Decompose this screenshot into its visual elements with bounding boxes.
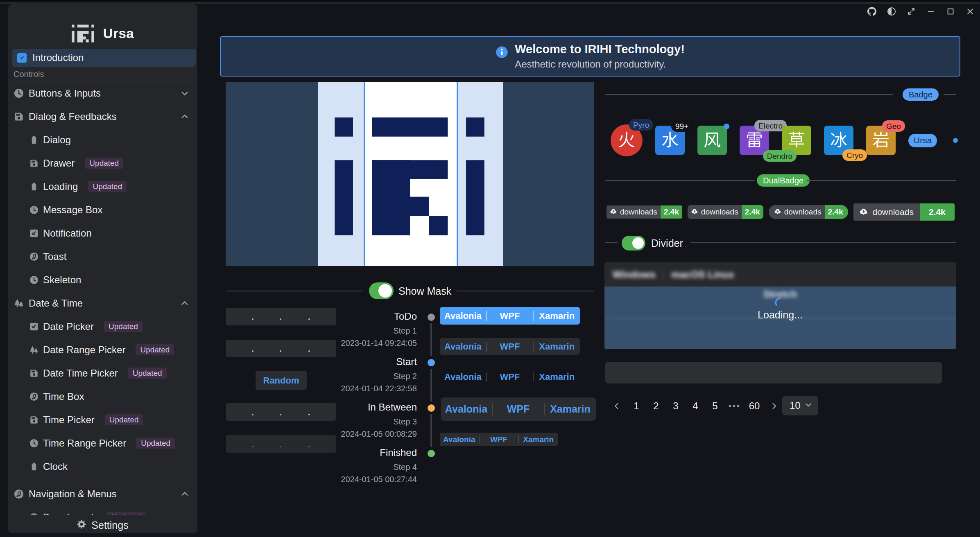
sidebar-item[interactable]: Buttons & Inputs <box>8 81 197 105</box>
sidebar-item[interactable]: Date Picker Updated <box>8 315 197 338</box>
sidebar-item[interactable]: Loading Updated <box>8 175 197 198</box>
sidebar-item[interactable]: Message Box <box>8 198 197 221</box>
sidebar-item[interactable]: Clock <box>8 455 197 478</box>
sidebar-item[interactable]: Date & Time <box>8 291 197 315</box>
ellipsis-icon[interactable]: ••• <box>727 398 743 414</box>
ipv4-input[interactable] <box>226 308 336 325</box>
element-avatar: 99+ <box>655 126 685 155</box>
sidebar-item[interactable]: Time Picker Updated <box>8 408 197 431</box>
sidebar-item[interactable]: Breadcrumb Updated <box>8 505 197 515</box>
welcome-banner: Welcome to IRIHI Technology! Aesthetic r… <box>220 36 960 77</box>
sidebar-item[interactable]: Time Box <box>8 385 197 408</box>
show-mask-toggle[interactable] <box>369 282 394 299</box>
sidebar-item[interactable]: Dialog & Feedbacks <box>8 105 197 128</box>
timeline-dot <box>428 314 435 321</box>
page-button[interactable]: 5 <box>707 398 723 414</box>
downloads-badge: downloads 2.4k <box>769 205 849 219</box>
banner-title: Welcome to IRIHI Technology! <box>515 43 685 56</box>
chevron-right-icon[interactable] <box>766 398 782 414</box>
sidebar-item[interactable]: Time Range Picker Updated <box>8 431 197 455</box>
wpf-button[interactable]: WPF <box>487 372 533 382</box>
badge-demo-row: Pyro 99+ Electro Dendro Cryo <box>611 123 963 158</box>
sidebar-item[interactable]: Drawer Updated <box>8 151 197 175</box>
button-group: Avalonia WPF Xamarin <box>440 338 580 355</box>
downloads-label: downloads <box>872 207 913 217</box>
github-icon[interactable] <box>867 7 876 16</box>
wpf-button[interactable]: WPF <box>487 311 533 321</box>
page-button[interactable]: 4 <box>687 398 704 414</box>
tab-macos-linux[interactable]: macOS Linux <box>671 269 734 280</box>
settings-label: Settings <box>91 519 128 531</box>
expand-icon[interactable] <box>907 7 916 16</box>
maximize-icon[interactable] <box>946 7 955 16</box>
corner-badge: 99+ <box>671 120 693 132</box>
sidebar-item-label: Date Time Picker <box>43 368 118 379</box>
avalonia-button[interactable]: Avalonia <box>440 372 486 382</box>
sidebar-item-label: Date & Time <box>29 298 83 309</box>
xamarin-button[interactable]: Xamarin <box>534 341 580 352</box>
downloads-badge: downloads 2.4k <box>607 205 682 219</box>
nav-section-label: Controls <box>14 70 44 79</box>
page-button[interactable]: 1 <box>628 398 645 414</box>
tab-windows[interactable]: Windows <box>613 269 656 280</box>
element-avatar <box>697 126 727 155</box>
sidebar-item-label: Date Range Picker <box>43 344 125 356</box>
sidebar-item[interactable]: Toast <box>8 245 197 268</box>
chevron-up-icon[interactable] <box>180 112 189 121</box>
close-icon[interactable] <box>966 7 975 16</box>
wpf-button[interactable]: WPF <box>487 341 533 352</box>
empty-textbox[interactable] <box>605 362 942 384</box>
updated-badge: Updated <box>107 512 145 515</box>
downloads-label: downloads <box>701 208 738 217</box>
wpf-button[interactable]: WPF <box>480 435 518 444</box>
timeline: ToDo Step 1 2023-01-14 09:24:05 Start St… <box>335 311 438 495</box>
settings-button[interactable]: Settings <box>8 517 197 533</box>
chevron-down-icon[interactable] <box>180 89 189 98</box>
random-button[interactable]: Random <box>256 371 307 390</box>
avalonia-button[interactable]: Avalonia <box>440 341 486 352</box>
sidebar: Ursa Introduction Controls Buttons & Inp… <box>8 4 197 533</box>
avalonia-button[interactable]: Avalonia <box>441 403 492 415</box>
timeline-time: 2024-01-04 22:32:58 <box>335 384 417 393</box>
page-button-last[interactable]: 60 <box>746 398 763 414</box>
xamarin-button[interactable]: Xamarin <box>534 311 580 321</box>
downloads-count: 2.4k <box>825 205 849 219</box>
app-title: Ursa <box>103 26 134 41</box>
page-button[interactable]: 3 <box>668 398 684 414</box>
xamarin-button[interactable]: Xamarin <box>534 372 580 382</box>
minimize-icon[interactable] <box>926 7 935 16</box>
chevron-up-icon[interactable] <box>180 299 189 308</box>
page-size-select[interactable]: 10 <box>782 396 818 415</box>
timeline-dot <box>428 404 435 412</box>
sidebar-item-label: Navigation & Menus <box>29 488 117 500</box>
timeline-dot <box>428 450 435 457</box>
chevron-up-icon[interactable] <box>180 490 189 499</box>
updated-badge: Updated <box>136 344 174 355</box>
ipv4-input[interactable] <box>226 403 336 421</box>
sidebar-item[interactable]: Navigation & Menus <box>8 482 197 505</box>
clock-icon <box>29 439 38 448</box>
sidebar-item[interactable]: Date Range Picker Updated <box>8 338 197 361</box>
sidebar-item[interactable]: Date Time Picker Updated <box>8 361 197 385</box>
avalonia-button[interactable]: Avalonia <box>440 311 486 321</box>
page-button[interactable]: 2 <box>648 398 664 414</box>
updated-badge: Updated <box>104 321 143 332</box>
chevron-left-icon[interactable] <box>609 398 625 414</box>
sidebar-item-introduction[interactable]: Introduction <box>12 49 196 67</box>
divider-toggle[interactable] <box>622 236 645 250</box>
element-avatar: Pyro <box>611 124 643 156</box>
contrast-icon[interactable] <box>887 7 896 16</box>
sidebar-item[interactable]: Dialog <box>8 128 197 151</box>
spinner-icon <box>774 297 786 309</box>
ipv4-input[interactable] <box>226 340 336 357</box>
sidebar-item[interactable]: Skeleton <box>8 268 197 291</box>
window-controls <box>867 7 975 16</box>
sidebar-item[interactable]: Notification <box>8 221 197 245</box>
xamarin-button[interactable]: Xamarin <box>545 403 596 415</box>
xamarin-button[interactable]: Xamarin <box>519 435 558 444</box>
note-icon <box>29 252 38 261</box>
downloads-badge: downloads 2.4k <box>688 205 763 219</box>
avalonia-button[interactable]: Avalonia <box>440 435 479 444</box>
sidebar-item-label: Drawer <box>43 158 75 169</box>
wpf-button[interactable]: WPF <box>493 403 544 415</box>
